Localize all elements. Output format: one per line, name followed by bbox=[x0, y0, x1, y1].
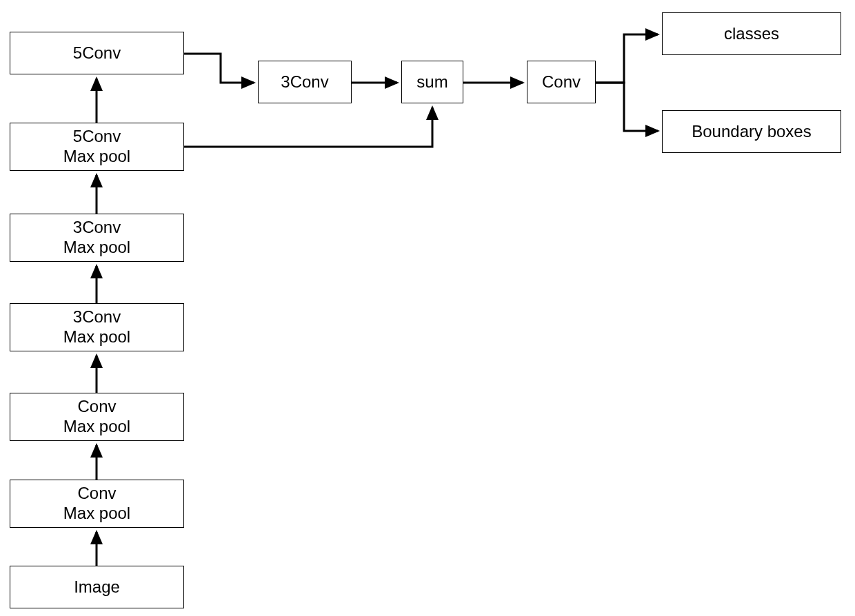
node-conv8-l1: Conv bbox=[542, 72, 581, 92]
node-conv1-l1: Conv bbox=[77, 484, 116, 504]
node-conv7-l1: 3Conv bbox=[281, 72, 328, 92]
node-sum-l1: sum bbox=[416, 72, 447, 92]
node-conv1: Conv Max pool bbox=[10, 480, 184, 528]
node-conv3-l1: 3Conv bbox=[73, 307, 121, 327]
node-conv6-l1: 5Conv bbox=[73, 43, 121, 63]
node-conv5-l1: 5Conv bbox=[73, 127, 121, 147]
node-conv7: 3Conv bbox=[258, 61, 352, 103]
node-conv1-l2: Max pool bbox=[63, 504, 130, 524]
node-bboxes-l1: Boundary boxes bbox=[692, 122, 811, 142]
node-conv5-l2: Max pool bbox=[63, 147, 130, 167]
node-conv8: Conv bbox=[527, 61, 596, 103]
node-conv2-l2: Max pool bbox=[63, 417, 130, 437]
node-conv2-l1: Conv bbox=[77, 397, 116, 417]
node-conv2: Conv Max pool bbox=[10, 393, 184, 441]
node-conv4-l1: 3Conv bbox=[73, 218, 121, 238]
node-image-label: Image bbox=[74, 577, 120, 597]
node-conv4: 3Conv Max pool bbox=[10, 214, 184, 262]
node-conv3: 3Conv Max pool bbox=[10, 303, 184, 351]
node-conv6: 5Conv bbox=[10, 32, 184, 74]
node-conv5: 5Conv Max pool bbox=[10, 123, 184, 171]
node-bboxes: Boundary boxes bbox=[662, 110, 841, 153]
node-sum: sum bbox=[401, 61, 463, 103]
node-image: Image bbox=[10, 566, 184, 608]
node-classes: classes bbox=[662, 12, 841, 55]
node-conv4-l2: Max pool bbox=[63, 238, 130, 258]
node-classes-l1: classes bbox=[724, 24, 779, 44]
node-conv3-l2: Max pool bbox=[63, 327, 130, 347]
